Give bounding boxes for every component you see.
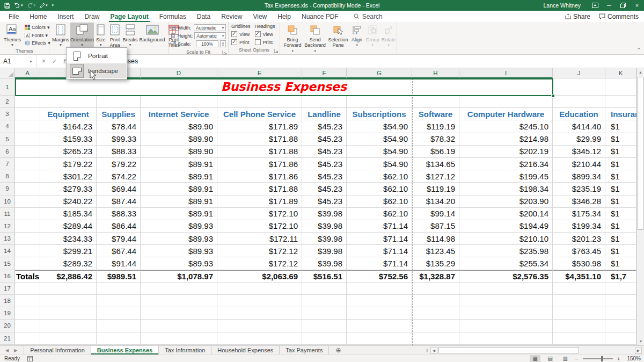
row-header-19[interactable]: 19 bbox=[0, 307, 15, 320]
undo-icon[interactable]: ▾ bbox=[14, 3, 23, 9]
cell-A5[interactable] bbox=[15, 133, 40, 146]
cell-H15[interactable]: $135.29 bbox=[412, 257, 459, 270]
cell-H8[interactable]: $127.12 bbox=[412, 170, 459, 183]
orientation-option-portrait[interactable]: Portrait bbox=[67, 48, 126, 63]
cell-J21[interactable] bbox=[553, 332, 605, 345]
cell-K10[interactable]: $1 bbox=[605, 196, 636, 208]
cell-J6[interactable]: $345.12 bbox=[553, 146, 605, 158]
cell-J2[interactable] bbox=[553, 96, 605, 108]
cell-J13[interactable]: $201.23 bbox=[553, 233, 605, 245]
cell-C5[interactable]: $99.33 bbox=[97, 133, 141, 146]
cell-G18[interactable] bbox=[347, 295, 412, 307]
horizontal-scroll-thumb[interactable] bbox=[438, 347, 579, 353]
cell-C11[interactable]: $88.33 bbox=[97, 208, 141, 220]
cell-B12[interactable]: $289.44 bbox=[40, 220, 97, 233]
cell-H17[interactable] bbox=[412, 283, 459, 295]
cell-F19[interactable] bbox=[302, 307, 347, 320]
cell-G11[interactable]: $62.10 bbox=[347, 208, 412, 220]
cell-B3[interactable]: Equipment bbox=[40, 108, 97, 120]
cell-B8[interactable]: $301.22 bbox=[40, 170, 97, 183]
cell-K16[interactable]: $1,7 bbox=[605, 270, 636, 283]
menu-tab-nuance-pdf[interactable]: Nuance PDF bbox=[296, 11, 344, 22]
cell-A17[interactable] bbox=[15, 283, 40, 295]
cell-K1[interactable] bbox=[605, 78, 636, 96]
cell-K4[interactable]: $1 bbox=[605, 120, 636, 133]
cell-K11[interactable]: $1 bbox=[605, 208, 636, 220]
cell-G14[interactable]: $71.14 bbox=[347, 245, 412, 257]
row-header-20[interactable]: 20 bbox=[0, 320, 15, 332]
cell-A13[interactable] bbox=[15, 233, 40, 245]
scroll-left-icon[interactable]: ◀ bbox=[430, 347, 437, 354]
selection-pane-button[interactable]: Selection Pane bbox=[327, 23, 349, 54]
cell-D17[interactable] bbox=[141, 283, 217, 295]
menu-tab-page-layout[interactable]: Page Layout bbox=[105, 11, 153, 22]
normal-view-button[interactable]: ▦ bbox=[530, 355, 540, 362]
cell-I5[interactable]: $214.98 bbox=[459, 133, 553, 146]
column-header-I[interactable]: I bbox=[459, 68, 553, 78]
cell-C15[interactable]: $91.44 bbox=[97, 257, 141, 270]
search-box[interactable]: Search bbox=[354, 13, 383, 20]
fonts-button[interactable]: A Fonts▾ bbox=[23, 32, 52, 39]
cell-I18[interactable] bbox=[459, 295, 553, 307]
cell-C16[interactable]: $989.51 bbox=[97, 270, 141, 283]
cell-D5[interactable]: $89.90 bbox=[141, 133, 217, 146]
cell-C19[interactable] bbox=[97, 307, 141, 320]
cell-A6[interactable] bbox=[15, 146, 40, 158]
cell-C18[interactable] bbox=[97, 295, 141, 307]
menu-tab-file[interactable]: File bbox=[3, 11, 24, 22]
cell-G2[interactable] bbox=[347, 96, 412, 108]
cell-I9[interactable]: $198.34 bbox=[459, 183, 553, 195]
sheet-tab-tax-payments[interactable]: Tax Payments bbox=[280, 346, 329, 354]
cell-J3[interactable]: Education bbox=[553, 108, 605, 120]
cell-C17[interactable] bbox=[97, 283, 141, 295]
cell-A9[interactable] bbox=[15, 183, 40, 195]
send-backward-button[interactable]: Send Backward ▾ bbox=[303, 23, 327, 54]
cell-C6[interactable]: $88.33 bbox=[97, 146, 141, 158]
cell-F17[interactable] bbox=[302, 283, 347, 295]
name-box[interactable]: A1▼ bbox=[0, 55, 36, 68]
cell-E10[interactable]: $171.89 bbox=[217, 196, 302, 208]
cell-I13[interactable]: $210.10 bbox=[459, 233, 553, 245]
row-header-1[interactable]: 1 bbox=[0, 78, 15, 96]
cell-G9[interactable]: $62.10 bbox=[347, 183, 412, 195]
cell-I3[interactable]: Computer Hardware bbox=[459, 108, 553, 120]
cell-C8[interactable]: $74.22 bbox=[97, 170, 141, 183]
background-button[interactable]: Background bbox=[138, 23, 166, 54]
cell-D18[interactable] bbox=[141, 295, 217, 307]
cell-J18[interactable] bbox=[553, 295, 605, 307]
cell-I12[interactable]: $194.49 bbox=[459, 220, 553, 233]
cell-I8[interactable]: $199.45 bbox=[459, 170, 553, 183]
row-header-14[interactable]: 14 bbox=[0, 245, 15, 257]
cell-K5[interactable]: $1 bbox=[605, 133, 636, 146]
gridlines-print-checkbox[interactable]: Print bbox=[231, 39, 251, 46]
cell-A12[interactable] bbox=[15, 220, 40, 233]
menu-tab-draw[interactable]: Draw bbox=[79, 11, 105, 22]
cell-I14[interactable]: $235.98 bbox=[459, 245, 553, 257]
cell-D8[interactable]: $89.91 bbox=[141, 170, 217, 183]
draw-icon[interactable]: ▾ bbox=[39, 3, 48, 9]
cell-K19[interactable] bbox=[605, 307, 636, 320]
cell-E5[interactable]: $171.88 bbox=[217, 133, 302, 146]
themes-button[interactable]: Aa Themes ▼ bbox=[2, 23, 23, 48]
user-name[interactable]: Lance Whitney bbox=[544, 2, 581, 9]
cell-C14[interactable]: $67.44 bbox=[97, 245, 141, 257]
cell-E6[interactable]: $171.88 bbox=[217, 146, 302, 158]
cell-I19[interactable] bbox=[459, 307, 553, 320]
cell-C4[interactable]: $78.44 bbox=[97, 120, 141, 133]
cell-J20[interactable] bbox=[553, 320, 605, 332]
cell-A18[interactable] bbox=[15, 295, 40, 307]
macro-record-icon[interactable] bbox=[27, 356, 33, 361]
height-select[interactable]: Automatic▾ bbox=[194, 32, 226, 39]
align-button[interactable]: Align ▾ bbox=[349, 23, 364, 54]
cell-K17[interactable] bbox=[605, 283, 636, 295]
cell-J12[interactable]: $199.34 bbox=[553, 220, 605, 233]
cell-A15[interactable] bbox=[15, 257, 40, 270]
cell-A21[interactable] bbox=[15, 332, 40, 345]
cell-G3[interactable]: Subscriptions bbox=[347, 108, 412, 120]
headings-view-checkbox[interactable]: View bbox=[255, 31, 275, 38]
cell-G20[interactable] bbox=[347, 320, 412, 332]
column-header-D[interactable]: D bbox=[141, 68, 217, 78]
cell-I20[interactable] bbox=[459, 320, 553, 332]
title-cell-A1[interactable]: Business Expenses bbox=[15, 78, 553, 96]
menu-tab-view[interactable]: View bbox=[247, 11, 272, 22]
